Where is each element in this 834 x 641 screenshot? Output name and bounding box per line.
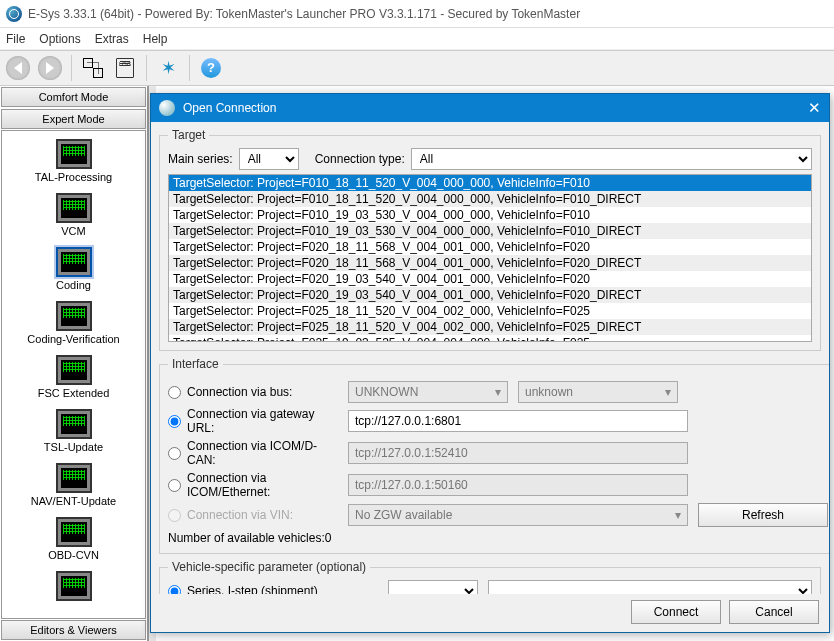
window-titlebar: E-Sys 3.33.1 (64bit) - Powered By: Token…	[0, 0, 834, 28]
target-row[interactable]: TargetSelector: Project=F020_18_11_568_V…	[169, 255, 811, 271]
target-row[interactable]: TargetSelector: Project=F010_19_03_530_V…	[169, 207, 811, 223]
sidebar-item-coding[interactable]: Coding	[2, 243, 145, 297]
radio-icom-dcan[interactable]: Connection via ICOM/D-CAN:	[168, 439, 338, 467]
radio-bus[interactable]: Connection via bus:	[168, 385, 338, 399]
app-logo-icon	[6, 6, 22, 22]
dialog-title: Open Connection	[183, 101, 276, 115]
accordion-expert-mode[interactable]: Expert Mode	[1, 109, 146, 129]
sidebar-item-obd-cvn[interactable]: OBD-CVN	[2, 513, 145, 567]
menu-help[interactable]: Help	[143, 32, 168, 46]
dialog-logo-icon	[159, 100, 175, 116]
sidebar-item-vcm[interactable]: VCM	[2, 189, 145, 243]
connect-button-icon[interactable]	[79, 54, 107, 82]
target-row[interactable]: TargetSelector: Project=F010_18_11_520_V…	[169, 191, 811, 207]
target-row[interactable]: TargetSelector: Project=F020_19_03_540_V…	[169, 271, 811, 287]
sidebar-item-label: TAL-Processing	[2, 171, 145, 183]
menu-extras[interactable]: Extras	[95, 32, 129, 46]
available-vehicles-label: Number of available vehicles:0	[168, 531, 828, 545]
sidebar-item-label: TSL-Update	[2, 441, 145, 453]
sidebar-item-label: Coding-Verification	[2, 333, 145, 345]
accordion-comfort-mode[interactable]: Comfort Mode	[1, 87, 146, 107]
menubar: File Options Extras Help	[0, 28, 834, 50]
connect-button[interactable]: Connect	[631, 600, 721, 624]
target-row[interactable]: TargetSelector: Project=F020_19_03_540_V…	[169, 287, 811, 303]
dialog-footer: Connect Cancel	[151, 594, 829, 632]
sidebar-item-tsl-update[interactable]: TSL-Update	[2, 405, 145, 459]
accordion-editors-viewers[interactable]: Editors & Viewers	[1, 620, 146, 640]
sidebar-items: TAL-Processing VCM Coding Coding-Verific…	[1, 130, 146, 619]
main-series-select[interactable]: All	[239, 148, 299, 170]
sidebar-item-fsc-extended[interactable]: FSC Extended	[2, 351, 145, 405]
close-icon[interactable]: ✕	[808, 99, 821, 117]
radio-vin: Connection via VIN:	[168, 508, 338, 522]
target-row[interactable]: TargetSelector: Project=F010_19_03_530_V…	[169, 223, 811, 239]
sidebar-item-label: VCM	[2, 225, 145, 237]
sidebar-item-label: Coding	[2, 279, 145, 291]
icom-ethernet-input	[348, 474, 688, 496]
dialog-titlebar: Open Connection ✕	[151, 94, 829, 122]
log-button-icon[interactable]	[111, 54, 139, 82]
help-icon[interactable]: ?	[197, 54, 225, 82]
target-row[interactable]: TargetSelector: Project=F010_18_11_520_V…	[169, 175, 811, 191]
bus-select-2: unknown	[518, 381, 678, 403]
main-series-label: Main series:	[168, 152, 233, 166]
target-row[interactable]: TargetSelector: Project=F025_18_11_520_V…	[169, 303, 811, 319]
target-list[interactable]: TargetSelector: Project=F010_18_11_520_V…	[168, 174, 812, 342]
menu-file[interactable]: File	[6, 32, 25, 46]
radio-gateway[interactable]: Connection via gateway URL:	[168, 407, 338, 435]
sidebar-item-nav-ent-update[interactable]: NAV/ENT-Update	[2, 459, 145, 513]
interface-fieldset: Interface Connection via bus: UNKNOWN un…	[159, 357, 829, 554]
target-row[interactable]: TargetSelector: Project=F025_18_11_520_V…	[169, 319, 811, 335]
vsp-legend: Vehicle-specific parameter (optional)	[168, 560, 370, 574]
sidebar-item-label: FSC Extended	[2, 387, 145, 399]
target-row[interactable]: TargetSelector: Project=F025_19_03_535_V…	[169, 335, 811, 342]
nav-forward-button[interactable]	[36, 54, 64, 82]
connection-type-select[interactable]: All	[411, 148, 812, 170]
istep-select[interactable]	[488, 580, 812, 594]
sidebar-item-label: OBD-CVN	[2, 549, 145, 561]
sidebar-item-coding-verification[interactable]: Coding-Verification	[2, 297, 145, 351]
target-row[interactable]: TargetSelector: Project=F020_18_11_568_V…	[169, 239, 811, 255]
radio-icom-ethernet[interactable]: Connection via ICOM/Ethernet:	[168, 471, 338, 499]
cancel-button[interactable]: Cancel	[729, 600, 819, 624]
open-connection-dialog: Open Connection ✕ Target Main series: Al…	[150, 93, 830, 633]
toolbar: ✶ ?	[0, 50, 834, 86]
icom-dcan-input	[348, 442, 688, 464]
vehicle-specific-fieldset: Vehicle-specific parameter (optional) Se…	[159, 560, 821, 594]
sidebar-item-extra[interactable]	[2, 567, 145, 609]
interface-legend: Interface	[168, 357, 223, 371]
connection-type-label: Connection type:	[315, 152, 405, 166]
target-legend: Target	[168, 128, 209, 142]
sidebar-item-label: NAV/ENT-Update	[2, 495, 145, 507]
menu-options[interactable]: Options	[39, 32, 80, 46]
vin-select: No ZGW available	[348, 504, 688, 526]
window-title: E-Sys 3.33.1 (64bit) - Powered By: Token…	[28, 7, 580, 21]
sidebar: Comfort Mode Expert Mode TAL-Processing …	[0, 86, 148, 641]
target-fieldset: Target Main series: All Connection type:…	[159, 128, 821, 351]
refresh-icon[interactable]: ✶	[154, 54, 182, 82]
nav-back-button[interactable]	[4, 54, 32, 82]
gateway-url-input[interactable]	[348, 410, 688, 432]
radio-series-istep[interactable]: Series, I-step (shipment)	[168, 584, 378, 594]
series-select[interactable]	[388, 580, 478, 594]
sidebar-item-tal-processing[interactable]: TAL-Processing	[2, 135, 145, 189]
refresh-button[interactable]: Refresh	[698, 503, 828, 527]
bus-select-1: UNKNOWN	[348, 381, 508, 403]
